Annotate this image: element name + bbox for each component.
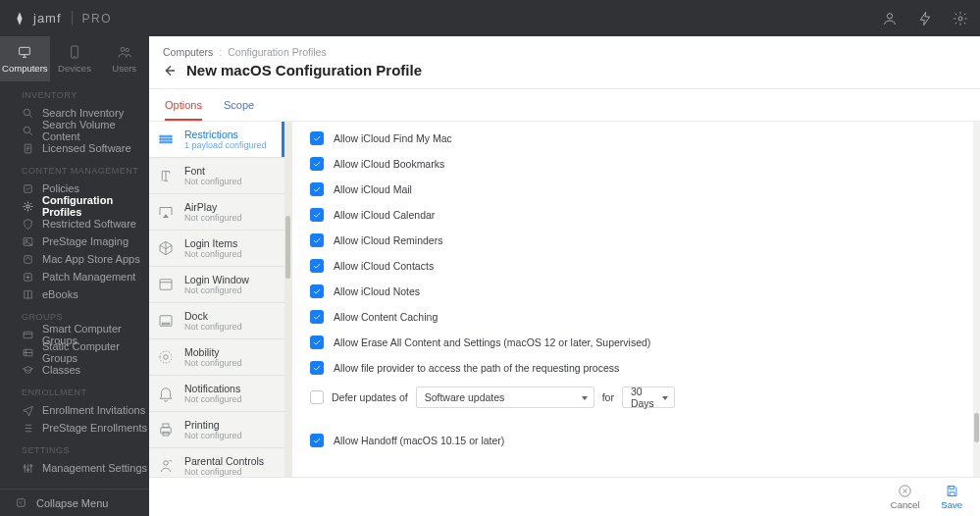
sidebar-item-mac-app-store-apps[interactable]: Mac App Store Apps: [0, 250, 149, 268]
svg-point-7: [24, 127, 30, 133]
setting-allow-icloud-bookmarks[interactable]: Allow iCloud Bookmarks: [292, 151, 973, 177]
cancel-button[interactable]: Cancel: [891, 484, 920, 510]
setting-allow-handoff[interactable]: Allow Handoff (macOS 10.15 or later): [292, 428, 973, 453]
setting-allow-content-caching[interactable]: Allow Content Caching: [292, 304, 973, 330]
payload-restrictions[interactable]: Restrictions1 payload configured: [149, 122, 284, 158]
setting-allow-icloud-contacts[interactable]: Allow iCloud Contacts: [292, 253, 973, 279]
setting-allow-file-provider-to-access-the-path-o[interactable]: Allow file provider to access the path o…: [292, 355, 973, 381]
tab-scope[interactable]: Scope: [224, 99, 254, 121]
svg-point-6: [24, 109, 30, 116]
payload-scroll-thumb[interactable]: [285, 216, 290, 279]
sidebar-item-prestage-enrollments[interactable]: PreStage Enrollments: [0, 419, 149, 437]
sidebar-item-label: Policies: [42, 182, 79, 194]
payload-airplay[interactable]: AirPlayNot configured: [149, 194, 284, 231]
gear-icon: [22, 200, 34, 213]
sidebar-item-configuration-profiles[interactable]: Configuration Profiles: [0, 197, 149, 215]
setting-allow-icloud-find-my-mac[interactable]: Allow iCloud Find My Mac: [292, 126, 973, 151]
breadcrumb-current: Configuration Profiles: [228, 46, 326, 58]
defer-type-select[interactable]: Software updates: [416, 387, 594, 408]
payload-notifications[interactable]: NotificationsNot configured: [149, 376, 284, 412]
svg-rect-15: [24, 332, 32, 338]
user-icon[interactable]: [882, 11, 898, 26]
brand-product: PRO: [82, 12, 113, 26]
payload-status: Not configured: [184, 431, 242, 440]
tab-options[interactable]: Options: [165, 99, 202, 121]
defer-days-value: 30 Days: [631, 386, 656, 409]
checkbox-checked-icon[interactable]: [310, 259, 324, 273]
payload-status: Not configured: [184, 177, 242, 186]
setting-label: Allow iCloud Find My Mac: [334, 132, 452, 144]
sidebar-item-restricted-software[interactable]: Restricted Software: [0, 215, 149, 232]
back-arrow-icon[interactable]: [161, 63, 177, 78]
setting-label: Allow iCloud Contacts: [334, 260, 434, 272]
setting-allow-erase-all-content-and-settings-mac[interactable]: Allow Erase All Content and Settings (ma…: [292, 330, 973, 355]
settings-scrollbar[interactable]: [973, 122, 980, 477]
checkbox-checked-icon[interactable]: [310, 434, 324, 447]
sidebar-heading: ENROLLMENT: [0, 379, 149, 401]
setting-allow-icloud-mail[interactable]: Allow iCloud Mail: [292, 177, 973, 202]
svg-rect-9: [25, 184, 32, 192]
sidebar-item-ebooks[interactable]: eBooks: [0, 285, 149, 303]
svg-rect-20: [18, 499, 26, 507]
checkbox-checked-icon[interactable]: [310, 361, 324, 375]
sidebar-item-patch-management[interactable]: Patch Management: [0, 268, 149, 285]
payload-parental-controls[interactable]: Parental ControlsNot configured: [149, 448, 284, 477]
payload-status: Not configured: [184, 358, 242, 368]
brand-logo-icon: [12, 11, 27, 26]
collapse-menu-button[interactable]: Collapse Menu: [0, 489, 149, 516]
payload-dock[interactable]: DockNot configured: [149, 303, 284, 339]
payload-font[interactable]: FontNot configured: [149, 158, 284, 194]
send-icon: [22, 404, 34, 417]
book-icon: [22, 288, 34, 301]
sidebar-item-prestage-imaging[interactable]: PreStage Imaging: [0, 232, 149, 250]
payload-printing[interactable]: PrintingNot configured: [149, 412, 284, 448]
svg-rect-22: [160, 138, 172, 140]
context-tab-computers[interactable]: Computers: [0, 36, 50, 81]
image-icon: [22, 235, 34, 248]
setting-allow-icloud-reminders[interactable]: Allow iCloud Reminders: [292, 228, 973, 253]
bolt-icon[interactable]: [917, 11, 933, 26]
setting-label: Allow Handoff (macOS 10.15 or later): [334, 435, 504, 446]
defer-days-select[interactable]: 30 Days: [622, 387, 675, 408]
checkbox-checked-icon[interactable]: [310, 233, 324, 247]
settings-panel: Allow iCloud Find My MacAllow iCloud Boo…: [292, 122, 980, 477]
payload-mobility[interactable]: MobilityNot configured: [149, 339, 284, 376]
setting-allow-icloud-calendar[interactable]: Allow iCloud Calendar: [292, 202, 973, 228]
checkbox-checked-icon[interactable]: [310, 182, 324, 196]
checkbox-checked-icon[interactable]: [310, 131, 324, 145]
checkbox-checked-icon[interactable]: [310, 310, 324, 324]
context-tab-devices[interactable]: Devices: [50, 36, 100, 81]
sidebar-item-static-computer-groups[interactable]: Static Computer Groups: [0, 343, 149, 361]
checkbox-checked-icon[interactable]: [310, 284, 324, 298]
settings-scroll-thumb[interactable]: [974, 413, 979, 442]
sidebar-item-search-volume-content[interactable]: Search Volume Content: [0, 122, 149, 139]
checkbox-checked-icon[interactable]: [310, 157, 324, 171]
sidebar-item-enrollment-invitations[interactable]: Enrollment Invitations: [0, 401, 149, 419]
gear-icon[interactable]: [953, 11, 968, 26]
checkbox-checked-icon[interactable]: [310, 335, 324, 349]
sidebar-item-management-settings[interactable]: Management Settings: [0, 459, 149, 477]
sidebar-item-label: Mac App Store Apps: [42, 253, 140, 265]
context-tab-label: Computers: [2, 63, 47, 74]
save-button[interactable]: Save: [941, 484, 962, 510]
checkbox-checked-icon[interactable]: [310, 208, 324, 222]
payload-login-items[interactable]: Login ItemsNot configured: [149, 231, 284, 267]
svg-point-1: [958, 17, 962, 21]
payload-name: Dock: [184, 310, 242, 322]
setting-label: Allow iCloud Reminders: [334, 234, 442, 246]
content-tabs: OptionsScope: [149, 89, 980, 122]
context-tab-users[interactable]: Users: [99, 36, 149, 81]
breadcrumb-root[interactable]: Computers: [163, 46, 213, 58]
setting-allow-icloud-notes[interactable]: Allow iCloud Notes: [292, 279, 973, 304]
sidebar-item-label: PreStage Enrollments: [42, 422, 147, 434]
context-tab-icon: [66, 44, 83, 60]
payload-login-window[interactable]: Login WindowNot configured: [149, 267, 284, 303]
payload-scrollbar[interactable]: [284, 122, 291, 477]
sidebar-heading: SETTINGS: [0, 437, 149, 459]
checkbox-unchecked-icon[interactable]: [310, 390, 324, 404]
save-label: Save: [941, 499, 962, 510]
sidebar-item-licensed-software[interactable]: Licensed Software: [0, 139, 149, 157]
payload-name: Login Items: [184, 237, 242, 249]
svg-rect-21: [160, 135, 172, 137]
payload-name: Restrictions: [184, 129, 267, 140]
